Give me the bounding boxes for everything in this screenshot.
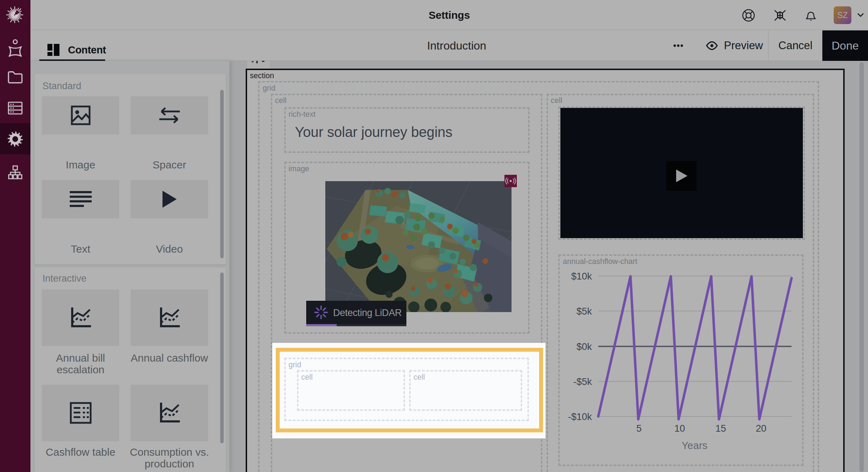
- svg-text:Years: Years: [681, 440, 707, 451]
- svg-text:$10k: $10k: [571, 271, 592, 282]
- svg-text:$5k: $5k: [576, 306, 592, 317]
- svg-text:-$5k: -$5k: [573, 376, 592, 387]
- svg-text:20: 20: [756, 423, 766, 434]
- svg-text:15: 15: [715, 423, 726, 434]
- svg-text:-$10k: -$10k: [568, 411, 592, 422]
- svg-text:5: 5: [636, 423, 641, 434]
- svg-text:10: 10: [674, 423, 685, 434]
- svg-text:$0k: $0k: [576, 341, 592, 352]
